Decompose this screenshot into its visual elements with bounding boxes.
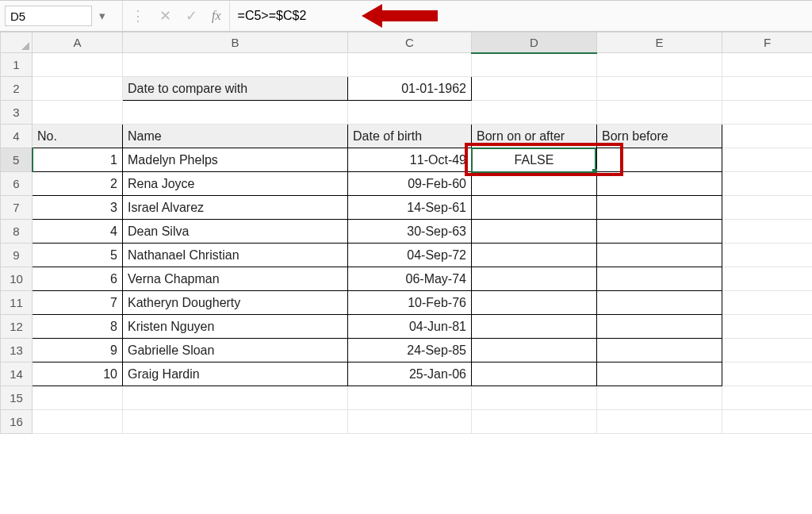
cell-C4[interactable]: Date of birth [348, 125, 472, 148]
cell-E4[interactable]: Born before [597, 125, 722, 148]
rowhdr-7[interactable]: 7 [1, 196, 33, 220]
cell-D14[interactable] [472, 362, 597, 386]
cell-F1[interactable] [722, 53, 813, 77]
cell-A5[interactable]: 1 [33, 148, 123, 172]
cell-C15[interactable] [348, 386, 472, 410]
cell-E7[interactable] [597, 196, 722, 220]
cell-A13[interactable]: 9 [33, 339, 123, 362]
cell-C14[interactable]: 25-Jan-06 [348, 362, 472, 386]
cell-A6[interactable]: 2 [33, 172, 123, 196]
cell-B8[interactable]: Dean Silva [123, 220, 348, 244]
cell-C12[interactable]: 04-Jun-81 [348, 315, 472, 339]
enter-icon[interactable]: ✓ [186, 7, 197, 25]
cell-A12[interactable]: 8 [33, 315, 123, 339]
cell-E6[interactable] [597, 172, 722, 196]
cell-F12[interactable] [722, 315, 813, 339]
colhdr-A[interactable]: A [33, 33, 123, 53]
cell-E15[interactable] [597, 386, 722, 410]
cell-F5[interactable] [722, 148, 813, 172]
cell-A10[interactable]: 6 [33, 267, 123, 291]
cell-B4[interactable]: Name [123, 125, 348, 148]
cell-D12[interactable] [472, 315, 597, 339]
cell-D7[interactable] [472, 196, 597, 220]
cell-D9[interactable] [472, 244, 597, 267]
cell-B7[interactable]: Israel Alvarez [123, 196, 348, 220]
cell-D15[interactable] [472, 386, 597, 410]
cell-D11[interactable] [472, 291, 597, 315]
cell-F7[interactable] [722, 196, 813, 220]
cell-E9[interactable] [597, 244, 722, 267]
cell-B13[interactable]: Gabrielle Sloan [123, 339, 348, 362]
cell-E2[interactable] [597, 77, 722, 101]
cell-F16[interactable] [722, 410, 813, 434]
name-box[interactable] [5, 6, 92, 26]
cell-E1[interactable] [597, 53, 722, 77]
cell-B10[interactable]: Verna Chapman [123, 267, 348, 291]
cell-E13[interactable] [597, 339, 722, 362]
cell-F8[interactable] [722, 220, 813, 244]
cell-D13[interactable] [472, 339, 597, 362]
cell-A11[interactable]: 7 [33, 291, 123, 315]
cell-A16[interactable] [33, 410, 123, 434]
cell-E5[interactable] [597, 148, 722, 172]
cell-D5[interactable]: FALSE [472, 148, 597, 172]
cell-F13[interactable] [722, 339, 813, 362]
cell-F9[interactable] [722, 244, 813, 267]
rowhdr-4[interactable]: 4 [1, 125, 33, 148]
cell-F14[interactable] [722, 362, 813, 386]
cell-E8[interactable] [597, 220, 722, 244]
cell-D8[interactable] [472, 220, 597, 244]
colhdr-E[interactable]: E [597, 33, 722, 53]
cell-B11[interactable]: Katheryn Dougherty [123, 291, 348, 315]
rowhdr-10[interactable]: 10 [1, 267, 33, 291]
cell-E11[interactable] [597, 291, 722, 315]
cell-D2[interactable] [472, 77, 597, 101]
cell-B9[interactable]: Nathanael Christian [123, 244, 348, 267]
cell-D10[interactable] [472, 267, 597, 291]
colhdr-B[interactable]: B [123, 33, 348, 53]
colhdr-D[interactable]: D [472, 33, 597, 53]
cell-C10[interactable]: 06-May-74 [348, 267, 472, 291]
cell-C6[interactable]: 09-Feb-60 [348, 172, 472, 196]
cell-F4[interactable] [722, 125, 813, 148]
rowhdr-5[interactable]: 5 [1, 148, 33, 172]
cell-F3[interactable] [722, 101, 813, 125]
rowhdr-6[interactable]: 6 [1, 172, 33, 196]
cell-B3[interactable] [123, 101, 348, 125]
cell-F2[interactable] [722, 77, 813, 101]
rowhdr-14[interactable]: 14 [1, 362, 33, 386]
rowhdr-15[interactable]: 15 [1, 386, 33, 410]
cell-A9[interactable]: 5 [33, 244, 123, 267]
cell-D3[interactable] [472, 101, 597, 125]
cancel-icon[interactable]: ✕ [159, 7, 171, 25]
cell-C13[interactable]: 24-Sep-85 [348, 339, 472, 362]
spreadsheet-grid[interactable]: A B C D E F 1 2 Date to compare with 01-… [0, 32, 812, 514]
cell-A14[interactable]: 10 [33, 362, 123, 386]
rowhdr-9[interactable]: 9 [1, 244, 33, 267]
cell-E3[interactable] [597, 101, 722, 125]
rowhdr-8[interactable]: 8 [1, 220, 33, 244]
rowhdr-11[interactable]: 11 [1, 291, 33, 315]
cell-C7[interactable]: 14-Sep-61 [348, 196, 472, 220]
cell-A15[interactable] [33, 386, 123, 410]
cell-D1[interactable] [472, 53, 597, 77]
rowhdr-2[interactable]: 2 [1, 77, 33, 101]
rowhdr-16[interactable]: 16 [1, 410, 33, 434]
cell-F10[interactable] [722, 267, 813, 291]
cell-E16[interactable] [597, 410, 722, 434]
cell-C5[interactable]: 11-Oct-49 [348, 148, 472, 172]
rowhdr-1[interactable]: 1 [1, 53, 33, 77]
cell-C11[interactable]: 10-Feb-76 [348, 291, 472, 315]
cell-F11[interactable] [722, 291, 813, 315]
cell-A3[interactable] [33, 101, 123, 125]
cell-D4[interactable]: Born on or after [472, 125, 597, 148]
select-all-corner[interactable] [1, 33, 33, 53]
rowhdr-12[interactable]: 12 [1, 315, 33, 339]
formula-input[interactable] [230, 6, 357, 26]
colhdr-C[interactable]: C [348, 33, 472, 53]
fx-label[interactable]: fx [205, 1, 230, 31]
cell-F15[interactable] [722, 386, 813, 410]
cell-B2[interactable]: Date to compare with [123, 77, 348, 101]
cell-E10[interactable] [597, 267, 722, 291]
cell-B14[interactable]: Graig Hardin [123, 362, 348, 386]
